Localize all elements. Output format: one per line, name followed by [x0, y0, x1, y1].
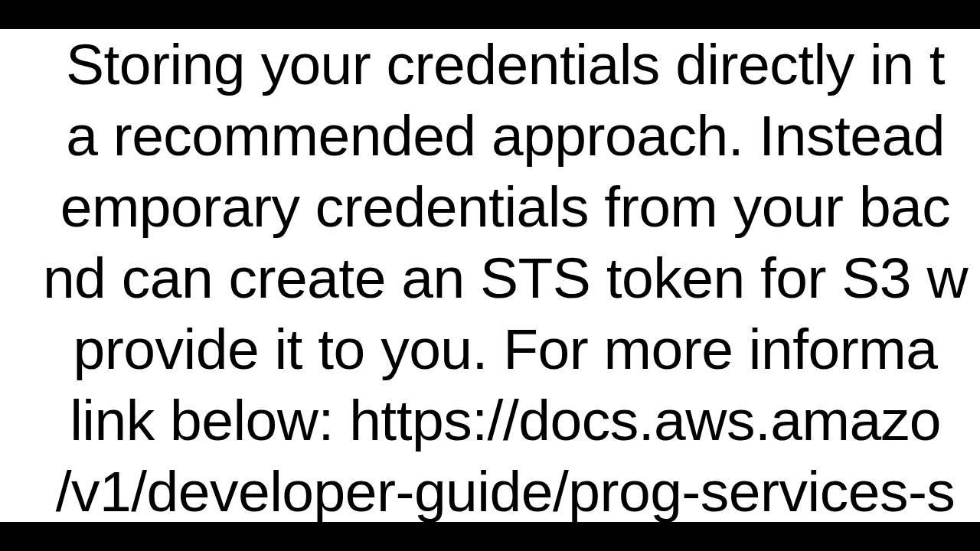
text-line-2: a recommended approach. Instead: [66, 103, 945, 168]
text-line-6: link below: https://docs.aws.amazo: [70, 388, 941, 452]
document-text: Storing your credentials directly in t a…: [0, 29, 980, 522]
text-line-3: emporary credentials from your bac: [60, 174, 951, 239]
document-viewport: Storing your credentials directly in t a…: [0, 29, 980, 522]
text-line-4: nd can create an STS token for S3 w: [43, 246, 968, 310]
text-line-5: provide it to you. For more informa: [74, 317, 938, 381]
text-line-1: Storing your credentials directly in t: [66, 32, 945, 96]
text-line-7: /v1/developer-guide/prog-services-s: [56, 459, 956, 522]
